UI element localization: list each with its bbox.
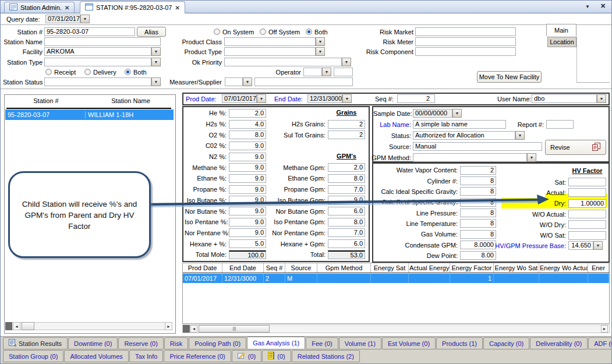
bottom-tab-deliverability-0[interactable]: Deliverability (0) [530, 337, 588, 349]
prod-date-dropdown-icon[interactable]: ▼ [257, 94, 266, 103]
bottom-tab-volume-1[interactable]: Volume (1) [339, 337, 381, 349]
bottom-tab-est-volume-0[interactable]: Est Volume (0) [382, 337, 436, 349]
bottom-tab-0[interactable]: (0) [262, 350, 291, 362]
field-input[interactable]: 8.00 [460, 251, 496, 260]
station-status-combo[interactable] [44, 77, 151, 86]
field-input[interactable]: 9.0 [229, 196, 266, 204]
field-input[interactable]: 9.0 [229, 153, 266, 161]
field-input[interactable]: 8 [460, 187, 496, 196]
gpm-method-dropdown-icon[interactable]: ▼ [527, 153, 536, 162]
gpm-method-combo[interactable] [413, 153, 527, 162]
field-input[interactable]: 9.0 [229, 185, 266, 194]
field-input[interactable] [568, 220, 606, 229]
bottom-tab-downtime-0[interactable]: Downtime (0) [68, 337, 118, 349]
field-input[interactable]: 9.0 [229, 142, 266, 150]
field-input[interactable]: 9.0 [229, 218, 266, 227]
main-side-tab[interactable]: Main [546, 24, 576, 36]
sample-date-input[interactable]: 00/00/0000 [413, 109, 452, 118]
field-input[interactable]: 6.0 [328, 239, 365, 248]
field-input[interactable]: 9.0 [229, 228, 266, 237]
field-input[interactable]: 2 [460, 166, 496, 175]
station-name-input[interactable] [44, 37, 161, 46]
field-input[interactable]: 9.0 [328, 196, 365, 204]
grid-column-header[interactable]: Energy Sat [371, 263, 409, 273]
bottom-tab-capacity-0[interactable]: Capacity (0) [483, 337, 529, 349]
field-input[interactable]: 8 [460, 176, 496, 185]
field-input[interactable]: 9.0 [229, 163, 266, 172]
field-input[interactable]: 100.0 [229, 250, 266, 259]
ok-priority-combo[interactable] [224, 58, 342, 66]
station-list-row[interactable]: 95-2820-03-07WILLIAM 1-18H [5, 109, 174, 120]
product-type-combo[interactable] [224, 47, 316, 56]
scroll-left-icon[interactable]: ◄ [13, 322, 20, 330]
field-input[interactable] [568, 178, 606, 186]
field-input[interactable]: 4.0 [229, 120, 266, 129]
field-input[interactable]: 8 [460, 198, 496, 207]
end-date-input[interactable]: 12/31/3000 [307, 94, 342, 103]
grid-column-header[interactable]: End Date [222, 263, 264, 273]
revise-button[interactable]: Revise [545, 140, 606, 155]
field-input[interactable] [568, 210, 606, 218]
field-input[interactable]: 7.0 [328, 228, 365, 237]
status-combo[interactable]: Authorized for Allocation [413, 131, 515, 140]
on-system-radio[interactable] [214, 29, 220, 35]
product-class-dropdown-icon[interactable]: ▼ [316, 37, 325, 46]
pressure-base-dropdown-icon[interactable]: ▼ [593, 241, 603, 250]
bottom-tab-allocated-volumes[interactable]: Allocated Volumes [64, 350, 129, 362]
field-input[interactable]: 8.0 [328, 174, 365, 183]
end-date-dropdown-icon[interactable]: ▼ [342, 94, 352, 103]
product-class-combo[interactable] [224, 37, 316, 46]
field-input[interactable]: 8 [460, 219, 496, 228]
bottom-tab-price-reference-0[interactable]: Price Reference (0) [164, 350, 231, 362]
risk-meter-input[interactable] [415, 37, 516, 46]
bottom-tab-adf-0[interactable]: ADF (0) [588, 337, 612, 349]
move-to-new-facility-button[interactable]: Move To New Facility [477, 71, 542, 83]
user-name-dropdown-icon[interactable]: ▼ [597, 94, 606, 103]
ok-priority-dropdown-icon[interactable]: ▼ [342, 58, 351, 66]
delivery-radio[interactable] [84, 69, 91, 75]
bottom-tab-products-1[interactable]: Products (1) [436, 337, 483, 349]
grid-column-header[interactable]: Gpm Method [317, 263, 371, 273]
operator-combo[interactable] [303, 68, 322, 76]
field-input[interactable]: 2 [328, 130, 365, 139]
station-type-combo[interactable] [44, 58, 151, 66]
bottom-tab-gas-analysis-1[interactable]: Gas Analysis (1) [247, 337, 305, 349]
scroll-right-icon[interactable]: ► [165, 322, 172, 330]
field-input[interactable] [568, 188, 606, 197]
location-side-tab[interactable]: Location [547, 37, 576, 47]
field-input[interactable]: 8.0 [328, 218, 365, 227]
close-icon[interactable]: ✕ [175, 5, 179, 11]
grid-column-header[interactable]: Prod Date [183, 263, 222, 273]
bottom-tab-risk[interactable]: Risk [164, 337, 188, 349]
field-input[interactable]: 8 [460, 230, 496, 239]
system-both-radio[interactable] [306, 29, 312, 35]
receipt-radio[interactable] [45, 69, 52, 75]
bottom-tab-station-results[interactable]: 1Station Results [3, 337, 68, 349]
prod-date-input[interactable]: 07/01/2017 [222, 94, 257, 103]
pressure-base-input[interactable]: 14.650 [568, 241, 593, 250]
product-type-dropdown-icon[interactable]: ▼ [316, 47, 325, 56]
report-number-input[interactable] [546, 120, 574, 129]
user-name-combo[interactable]: dbo [532, 94, 597, 103]
bottom-tab-pooling-path-0[interactable]: Pooling Path (0) [189, 337, 246, 349]
station-status-dropdown-icon[interactable]: ▼ [151, 77, 161, 86]
field-input[interactable]: 8 [460, 208, 496, 217]
tab-station-detail[interactable]: STATION #:95-2820-03-07 ✕ [80, 1, 185, 13]
field-input[interactable]: 1.00000 [568, 199, 606, 208]
field-input[interactable]: 53.0 [328, 250, 365, 259]
status-dropdown-icon[interactable]: ▼ [515, 131, 525, 140]
bottom-tab-tax-info[interactable]: Tax Info [129, 350, 164, 362]
seq-input[interactable]: 2 [397, 94, 435, 103]
field-input[interactable]: 2 [328, 120, 365, 129]
risk-component-input[interactable] [415, 47, 516, 56]
facility-combo[interactable]: ARKOMA [44, 47, 151, 56]
facility-dropdown-icon[interactable]: ▼ [151, 47, 161, 56]
station-number-input[interactable]: 95-2820-03-07 [44, 27, 135, 36]
tab-station-admin[interactable]: Station Admin. ✕ [4, 2, 75, 13]
station-name-column-header[interactable]: Station Name [87, 97, 175, 104]
scrollbar-thumb[interactable] [199, 325, 270, 333]
bottom-tab-fee-0[interactable]: Fee (0) [306, 337, 338, 349]
receipt-both-radio[interactable] [125, 69, 131, 75]
field-input[interactable]: 8.0 [229, 130, 266, 139]
close-icon[interactable]: ✕ [600, 2, 606, 10]
